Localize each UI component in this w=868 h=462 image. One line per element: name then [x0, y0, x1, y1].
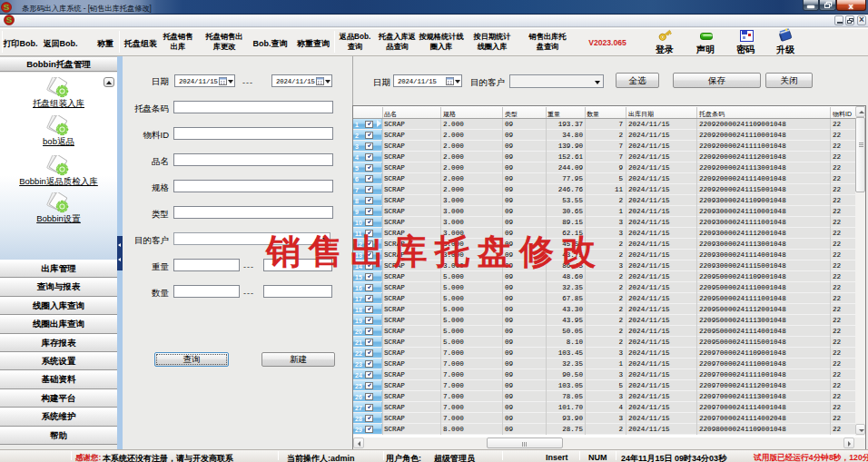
svg-text:S: S	[6, 15, 13, 25]
svg-text:S: S	[4, 2, 10, 12]
